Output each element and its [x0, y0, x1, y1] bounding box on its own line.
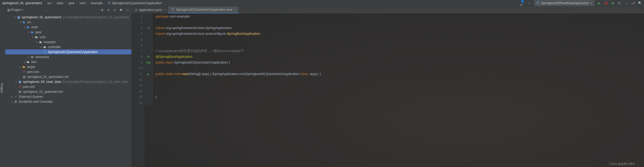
tree-path: D:\springBootProject\springboot_01_quick… — [63, 15, 129, 19]
tree-item[interactable]: ▸ ⫴ External Libraries — [5, 94, 131, 99]
tree-item[interactable]: ▾ 🖿 example — [5, 39, 131, 44]
tree-arrow-icon[interactable]: ▸ — [27, 56, 30, 58]
tree-label: External Libraries — [19, 95, 43, 99]
tree-arrow-icon[interactable]: ▸ — [10, 100, 14, 103]
breadcrumb-item[interactable]: main — [57, 1, 63, 5]
close-icon[interactable]: × — [163, 8, 165, 11]
git-icon[interactable]: ⎇ — [631, 1, 635, 5]
tree-item[interactable]: ▾ 🖿 main — [5, 25, 131, 30]
code-line[interactable]: import org.springframework.boot.SpringAp… — [156, 25, 644, 31]
tree-label: com — [40, 35, 46, 39]
tree-item[interactable]: ▸ ▦ springboot_03_read_data D:\springBoo… — [5, 79, 131, 84]
folder-orange-icon: 🖿 — [22, 65, 26, 69]
stop-icon[interactable]: ■ — [624, 1, 628, 5]
collapse-icon[interactable]: ≡ — [113, 8, 117, 12]
folder-icon: 🖿 — [43, 45, 47, 49]
editor-tab[interactable]: ⚙ application.yaml × — [132, 6, 168, 13]
settings-icon[interactable]: ✱ — [119, 8, 123, 12]
run-icon[interactable]: ▶ — [597, 1, 601, 5]
code-line[interactable] — [156, 42, 644, 48]
file-icon: ▤ — [18, 90, 22, 94]
tree-label: controller — [48, 45, 61, 49]
code-line[interactable] — [156, 100, 644, 106]
user-icon[interactable]: 👤▾ — [520, 1, 525, 5]
search-icon[interactable]: 🔍 — [638, 1, 642, 5]
tab-label: Springboot01Quickstart1Application.java — [176, 8, 232, 11]
tree-label: pom.xml — [27, 70, 39, 74]
fold-icon[interactable]: ⊟ — [148, 27, 150, 29]
code-line[interactable] — [156, 77, 644, 83]
tree-item[interactable]: ▾ ▦ springboot_01_quickstart1 D:\springB… — [5, 15, 131, 20]
breadcrumb-item[interactable]: java — [69, 1, 74, 5]
tree-item[interactable]: ▾ 🖿 java — [5, 30, 131, 34]
run-config-dropdown[interactable]: ⓒ Springboot03ReadDataApplication ▾ — [534, 0, 594, 6]
tree-item[interactable]: ▸ ⊞ Scratches and Consoles — [5, 99, 131, 104]
coverage-icon[interactable]: ◉ — [611, 1, 615, 5]
tree-item[interactable]: ▾ 🖿 src — [5, 20, 131, 25]
tree-item[interactable]: ⓒ Springboot01Quickstart1Application — [5, 49, 131, 54]
tree-item[interactable]: Ⓜ pom.xml — [5, 69, 131, 74]
hide-icon[interactable]: — — [125, 8, 129, 12]
tree-item[interactable]: ▤ springboot_01_quickstart1.iml — [5, 74, 131, 79]
tree-item[interactable]: ▸ 🖿 target — [5, 64, 131, 69]
left-tool-strip[interactable]: Project — [0, 6, 5, 167]
code-line[interactable] — [156, 19, 644, 25]
profile-icon[interactable]: ↻ — [617, 1, 622, 5]
breadcrumb-item[interactable]: src — [47, 1, 51, 5]
tree-arrow-icon[interactable]: ▸ — [19, 66, 22, 68]
tree-arrow-icon[interactable]: ▾ — [27, 31, 30, 33]
run-gutter-icon[interactable]: ▶ — [148, 73, 150, 76]
code-line[interactable]: package com.example; — [156, 14, 644, 19]
breadcrumb-item[interactable]: example — [91, 1, 102, 5]
tree-label: java — [35, 30, 41, 34]
dropdown-icon[interactable]: ▾ — [22, 8, 23, 12]
code-line[interactable] — [156, 65, 644, 71]
code-line[interactable]: import org.springframework.boot.autoconf… — [156, 31, 644, 37]
code-line[interactable]: // xxxApplication的位置在包的外面，一般在com.example… — [156, 48, 644, 54]
tree-item[interactable]: ▸ 🖿 test — [5, 59, 131, 64]
watermark: CSDN @碳烤小肥羊。。 — [609, 162, 641, 166]
folder-gray-icon: 🖿 — [30, 55, 34, 59]
project-panel: ▤ Project ▾ ⊕ ≡ ≡ ✱ — ▾ ▦ springboot_01_… — [5, 6, 132, 167]
tree-arrow-icon[interactable]: ▾ — [19, 21, 22, 24]
code-line[interactable] — [156, 88, 644, 94]
spring-gutter-icon[interactable]: ♻ — [146, 61, 149, 64]
code-line[interactable]: public static void main(String[] args) {… — [156, 71, 644, 77]
tree-item[interactable]: Ⓜ pom.xml — [5, 84, 131, 89]
breadcrumb-item[interactable]: springboot_01_quickstart1 — [2, 1, 42, 5]
editor-tab[interactable]: ⓒ Springboot01Quickstart1Application.jav… — [168, 6, 239, 13]
tree-item[interactable]: ▤ springboot_01_quickstart.iml — [5, 89, 131, 94]
expand-icon[interactable]: ≡ — [106, 8, 111, 12]
folder-blue-icon: 🖿 — [30, 30, 34, 34]
tree-arrow-icon[interactable]: ▸ — [40, 46, 43, 48]
code-line[interactable] — [156, 37, 644, 42]
breadcrumb-item[interactable]: Springboot01Quickstart1Application — [112, 1, 162, 5]
tree-arrow-icon[interactable]: ▾ — [23, 26, 26, 28]
folder-blue-icon: 🖿 — [26, 25, 30, 29]
tree-arrow-icon[interactable]: ▸ — [10, 95, 14, 98]
run-gutter-icon[interactable]: ▶ — [149, 61, 151, 64]
build-icon[interactable]: ↙ — [527, 1, 531, 5]
code-editor[interactable]: 12345678910111213141516 ⊟♻♻ ▶▶ package c… — [132, 14, 644, 167]
tree-path: D:\springBootProject\springboot_03_read_… — [63, 80, 128, 84]
folder-icon: 🖿 — [34, 35, 39, 39]
close-icon[interactable]: × — [234, 8, 236, 11]
code-line[interactable]: @SpringBootApplication — [156, 54, 644, 60]
panel-title-label: Project — [11, 8, 21, 12]
tree-arrow-icon[interactable]: ▾ — [14, 16, 17, 19]
debug-icon[interactable]: 🐞 — [604, 1, 608, 5]
tab-label: application.yaml — [139, 8, 162, 12]
breadcrumb-item[interactable]: com — [79, 1, 85, 5]
code-line[interactable]: } — [156, 94, 644, 100]
spring-gutter-icon[interactable]: ♻ — [147, 55, 150, 59]
code-line[interactable] — [156, 83, 644, 88]
tree-arrow-icon[interactable]: ▾ — [31, 36, 34, 38]
tree-arrow-icon[interactable]: ▸ — [15, 80, 18, 83]
tree-item[interactable]: ▸ 🖿 controller — [5, 44, 131, 49]
tree-item[interactable]: ▸ 🖿 resources — [5, 54, 131, 59]
tree-arrow-icon[interactable]: ▾ — [35, 41, 39, 43]
code-line[interactable]: public class Springboot01Quickstart1Appl… — [156, 60, 644, 65]
tree-item[interactable]: ▾ 🖿 com — [5, 34, 131, 39]
select-opened-icon[interactable]: ⊕ — [100, 8, 104, 12]
tree-arrow-icon[interactable]: ▸ — [23, 61, 26, 63]
